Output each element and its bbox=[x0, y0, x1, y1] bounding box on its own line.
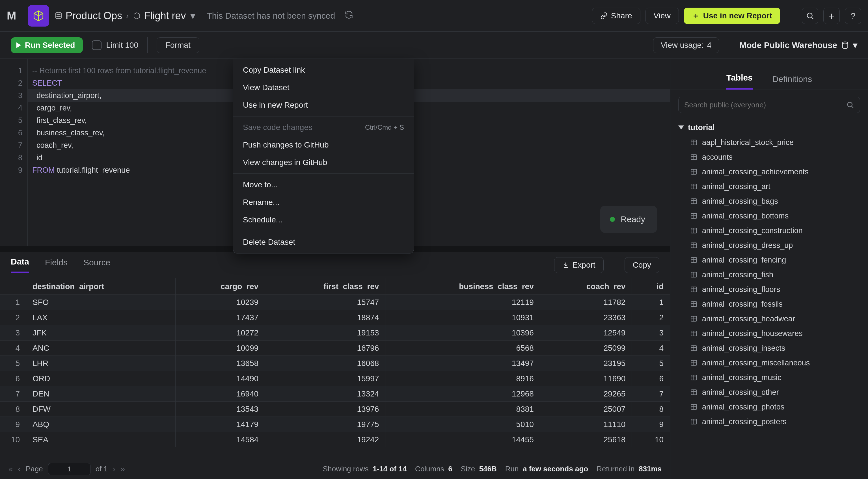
limit-toggle[interactable]: Limit 100 bbox=[92, 40, 138, 50]
table-row[interactable]: 5LHR136581606813497231955 bbox=[0, 356, 670, 371]
checkbox-icon[interactable] bbox=[92, 40, 101, 50]
table-cell: 25007 bbox=[540, 402, 632, 417]
context-menu-item-label: Use in new Report bbox=[243, 101, 308, 110]
plus-icon: ＋ bbox=[692, 10, 700, 21]
tab-definitions[interactable]: Definitions bbox=[772, 74, 812, 90]
svg-rect-11 bbox=[691, 243, 697, 248]
schema-table-item[interactable]: animal_crossing_other bbox=[678, 385, 860, 400]
results-table: destination_airportcargo_revfirst_class_… bbox=[0, 278, 670, 447]
schema-table-item[interactable]: animal_crossing_dress_up bbox=[678, 238, 860, 253]
table-row[interactable]: 2LAX174371887410931233632 bbox=[0, 310, 670, 325]
format-button[interactable]: Format bbox=[157, 37, 199, 53]
pager-next-button[interactable]: › bbox=[113, 465, 115, 474]
schema-table-item[interactable]: animal_crossing_art bbox=[678, 179, 860, 194]
table-cell: 10099 bbox=[175, 341, 265, 356]
table-column-header[interactable]: business_class_rev bbox=[385, 278, 540, 295]
schema-table-item[interactable]: animal_crossing_miscellaneous bbox=[678, 355, 860, 370]
schema-table-item[interactable]: aapl_historical_stock_price bbox=[678, 135, 860, 150]
pager-page-input[interactable] bbox=[48, 463, 91, 475]
table-column-header[interactable]: destination_airport bbox=[26, 278, 176, 295]
breadcrumb-project[interactable]: Product Ops bbox=[54, 10, 122, 22]
schema-table-item[interactable]: animal_crossing_fish bbox=[678, 267, 860, 282]
help-button[interactable]: ? bbox=[845, 8, 861, 24]
schema-table-item[interactable]: animal_crossing_construction bbox=[678, 223, 860, 238]
schema-table-item[interactable]: animal_crossing_fossils bbox=[678, 297, 860, 312]
context-menu-item[interactable]: Push changes to GitHub bbox=[233, 136, 414, 154]
schema-table-item[interactable]: animal_crossing_floors bbox=[678, 282, 860, 297]
pager-first-button[interactable]: « bbox=[8, 465, 13, 474]
context-menu-item[interactable]: Move to... bbox=[233, 176, 414, 194]
table-icon bbox=[690, 256, 698, 264]
svg-rect-5 bbox=[691, 155, 697, 159]
sql-editor[interactable]: 123456789 -- Returns first 100 rows from… bbox=[0, 59, 670, 246]
schema-table-item[interactable]: animal_crossing_insects bbox=[678, 341, 860, 355]
svg-rect-13 bbox=[691, 272, 697, 277]
table-row[interactable]: 8DFW13543139768381250078 bbox=[0, 402, 670, 417]
tab-data[interactable]: Data bbox=[11, 257, 29, 273]
pager-last-button[interactable]: » bbox=[120, 465, 125, 474]
table-column-header[interactable]: cargo_rev bbox=[175, 278, 265, 295]
pager-prev-button[interactable]: ‹ bbox=[18, 465, 21, 474]
schema-table-item[interactable]: animal_crossing_photos bbox=[678, 400, 860, 414]
table-row[interactable]: 3JFK102721915310396125493 bbox=[0, 325, 670, 341]
schema-table-item[interactable]: animal_crossing_music bbox=[678, 370, 860, 385]
context-menu-item[interactable]: Copy Dataset link bbox=[233, 61, 414, 79]
warehouse-selector[interactable]: Mode Public Warehouse ▾ bbox=[739, 40, 857, 50]
table-cell: 15997 bbox=[265, 371, 385, 386]
table-cell: 11110 bbox=[540, 417, 632, 432]
table-row[interactable]: 1SFO102391574712119117821 bbox=[0, 295, 670, 310]
run-selected-button[interactable]: Run Selected bbox=[11, 37, 83, 53]
app-logo[interactable]: M bbox=[7, 8, 23, 24]
table-cell: JFK bbox=[26, 325, 176, 341]
sync-icon[interactable] bbox=[344, 10, 354, 22]
schema-search[interactable] bbox=[678, 97, 860, 113]
schema-table-item[interactable]: animal_crossing_headwear bbox=[678, 312, 860, 326]
table-cell: 5 bbox=[632, 356, 670, 371]
schema-table-label: animal_crossing_fossils bbox=[702, 300, 783, 309]
tab-source[interactable]: Source bbox=[84, 258, 110, 273]
svg-rect-21 bbox=[691, 390, 697, 394]
table-row[interactable]: 6ORD14490159978916116906 bbox=[0, 371, 670, 386]
results-tabs: Data Fields Source Export Copy bbox=[0, 252, 670, 278]
table-row[interactable]: 10SEA1458419242144552561810 bbox=[0, 432, 670, 447]
context-menu-item[interactable]: Use in new Report bbox=[233, 96, 414, 114]
table-cell: 13497 bbox=[385, 356, 540, 371]
new-button[interactable]: ＋ bbox=[823, 8, 840, 24]
table-column-header[interactable]: coach_rev bbox=[540, 278, 632, 295]
schema-table-item[interactable]: animal_crossing_bottoms bbox=[678, 209, 860, 223]
context-menu-item[interactable]: View Dataset bbox=[233, 79, 414, 96]
breadcrumb-dataset[interactable]: Flight rev ▾ bbox=[133, 10, 195, 22]
schema-group-tutorial[interactable]: tutorial bbox=[678, 120, 860, 135]
table-column-header[interactable]: first_class_rev bbox=[265, 278, 385, 295]
table-cell: 11782 bbox=[540, 295, 632, 310]
schema-table-item[interactable]: animal_crossing_fencing bbox=[678, 253, 860, 267]
tab-fields[interactable]: Fields bbox=[45, 258, 68, 273]
schema-table-item[interactable]: accounts bbox=[678, 150, 860, 164]
context-menu-item[interactable]: Schedule... bbox=[233, 211, 414, 229]
context-menu-item[interactable]: View changes in GitHub bbox=[233, 154, 414, 171]
table-row[interactable]: 9ABQ14179197755010111109 bbox=[0, 417, 670, 432]
schema-table-item[interactable]: animal_crossing_posters bbox=[678, 414, 860, 429]
chevron-down-icon[interactable]: ▾ bbox=[190, 10, 195, 22]
schema-table-item[interactable]: animal_crossing_bags bbox=[678, 194, 860, 209]
share-button[interactable]: Share bbox=[592, 8, 641, 24]
schema-table-item[interactable]: animal_crossing_housewares bbox=[678, 326, 860, 341]
export-button[interactable]: Export bbox=[554, 257, 603, 273]
table-column-header[interactable]: id bbox=[632, 278, 670, 295]
use-in-new-report-button[interactable]: ＋ Use in new Report bbox=[684, 8, 780, 24]
share-button-label: Share bbox=[611, 11, 632, 20]
context-menu-item[interactable]: Rename... bbox=[233, 194, 414, 211]
svg-rect-8 bbox=[691, 199, 697, 203]
schema-table-item[interactable]: animal_crossing_achievements bbox=[678, 164, 860, 179]
tab-tables[interactable]: Tables bbox=[726, 73, 753, 90]
search-button[interactable] bbox=[802, 8, 818, 24]
table-row[interactable]: 7DEN169401332412968292657 bbox=[0, 386, 670, 402]
context-menu-item[interactable]: Delete Dataset bbox=[233, 233, 414, 251]
table-row[interactable]: 4ANC10099167966568250994 bbox=[0, 341, 670, 356]
view-button[interactable]: View bbox=[646, 8, 679, 24]
project-icon[interactable] bbox=[28, 5, 49, 27]
schema-table-label: aapl_historical_stock_price bbox=[702, 138, 794, 147]
view-usage-button[interactable]: View usage: 4 bbox=[653, 37, 719, 53]
schema-search-input[interactable] bbox=[684, 101, 842, 109]
copy-button[interactable]: Copy bbox=[625, 257, 659, 273]
